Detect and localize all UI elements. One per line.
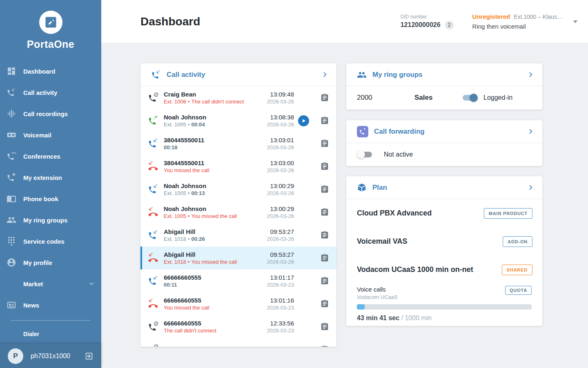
quota-plan-name: Vodacom UCaaS bbox=[357, 294, 505, 300]
phone-settings-icon bbox=[7, 173, 16, 182]
sidebar-item-call-recordings[interactable]: Call recordings bbox=[0, 103, 101, 124]
call-detail: You missed the call bbox=[164, 304, 261, 311]
sidebar-item-voicemail[interactable]: Voicemail bbox=[0, 124, 101, 146]
logout-icon[interactable] bbox=[85, 352, 94, 361]
call-details-clipboard-icon[interactable] bbox=[320, 254, 329, 263]
plan-header[interactable]: Plan bbox=[346, 176, 542, 199]
call-row[interactable]: Abigail Hill Ext. 1018•00:26 09:53:27 20… bbox=[140, 224, 336, 247]
call-detail: You missed the call bbox=[164, 167, 261, 174]
call-time: 13:08:38 bbox=[261, 113, 294, 121]
call-details-clipboard-icon[interactable] bbox=[320, 231, 329, 240]
plan-product-row: Vodacom UCaaS 1000 min on-net SHARED bbox=[346, 256, 542, 284]
chevron-right-icon[interactable] bbox=[527, 71, 534, 78]
call-details-clipboard-icon[interactable] bbox=[320, 299, 329, 308]
call-time: 13:03:01 bbox=[261, 136, 294, 144]
call-details-clipboard-icon[interactable] bbox=[320, 116, 329, 125]
ring-group-name: Sales bbox=[414, 94, 461, 102]
call-outgoing-icon bbox=[148, 115, 158, 126]
toggle-label: Logged-in bbox=[483, 94, 512, 101]
quota-usage-text: 43 min 41 sec / 1000 min bbox=[357, 314, 532, 322]
plan-product-row: Voicemail VAS ADD-ON bbox=[346, 227, 542, 256]
sidebar-item-dashboard[interactable]: Dashboard bbox=[0, 61, 101, 82]
call-row[interactable]: Noah Johnson Ext. 1005•00:13 13:00:29 20… bbox=[140, 178, 336, 201]
dialpad-icon bbox=[7, 236, 16, 246]
sidebar-item-service-codes[interactable]: Service codes bbox=[0, 231, 101, 252]
brand-name: PortaOne bbox=[0, 38, 101, 50]
conference-call-icon bbox=[7, 151, 16, 161]
sidebar-item-phone-book[interactable]: Phone book bbox=[0, 188, 101, 209]
forwarding-status: Not active bbox=[384, 151, 413, 158]
call-row[interactable]: Noah Johnson Ext. 1005•00:04 13:08:38 20… bbox=[140, 109, 336, 132]
dashboard-content: Call activity Craig Bean Ext. 1006•The c… bbox=[101, 43, 588, 368]
sidebar-item-market[interactable]: Market bbox=[0, 273, 101, 294]
call-detail: The call didn't connect bbox=[164, 327, 261, 334]
chevron-right-icon[interactable] bbox=[527, 128, 534, 135]
play-icon bbox=[300, 117, 307, 124]
call-row-selected[interactable]: Abigail Hill Ext. 1018•You missed the ca… bbox=[140, 247, 336, 269]
call-details-clipboard-icon[interactable] bbox=[320, 276, 329, 285]
news-icon bbox=[7, 300, 16, 310]
call-detail: Ext. 1005•00:04 bbox=[164, 121, 261, 128]
call-row[interactable]: 66666660555 The call didn't connect 12:3… bbox=[140, 315, 336, 338]
call-missed-icon bbox=[148, 298, 158, 309]
call-details-clipboard-icon[interactable] bbox=[320, 345, 329, 347]
sidebar-item-label: Service codes bbox=[23, 238, 65, 245]
sidebar-item-news[interactable]: News bbox=[0, 294, 101, 316]
sidebar-item-conferences[interactable]: Conferences bbox=[0, 146, 101, 167]
plan-product-row: Cloud PBX Advanced MAIN PRODUCT bbox=[346, 199, 542, 227]
sidebar-nav: Dashboard Call activity Call recordings … bbox=[0, 61, 101, 352]
add-on-badge: ADD-ON bbox=[503, 236, 532, 247]
sidebar-item-my-profile[interactable]: My profile bbox=[0, 252, 101, 273]
chevron-right-icon[interactable] bbox=[527, 184, 534, 191]
call-not-connected-icon bbox=[148, 321, 158, 332]
main-area: Dashboard DID number 12120000026 2 Unreg… bbox=[101, 0, 588, 368]
call-row[interactable]: 380445550011 You missed the call 13:03:0… bbox=[140, 155, 336, 178]
card-title: My ring groups bbox=[372, 71, 527, 79]
caller-name: Noah Johnson bbox=[164, 205, 261, 213]
call-incoming-icon bbox=[148, 184, 158, 195]
call-date: 2026-03-26 bbox=[261, 236, 294, 242]
dropdown-caret-icon[interactable] bbox=[573, 20, 577, 25]
call-row[interactable]: Noah Johnson Ext. 1005•You missed the ca… bbox=[140, 201, 336, 224]
chevron-right-icon[interactable] bbox=[321, 71, 328, 78]
call-details-clipboard-icon[interactable] bbox=[320, 185, 329, 194]
logged-in-toggle[interactable] bbox=[461, 94, 478, 102]
call-details-clipboard-icon[interactable] bbox=[320, 93, 329, 102]
call-time: 09:53:27 bbox=[261, 228, 294, 236]
call-date: 2026-03-26 bbox=[261, 190, 294, 197]
call-details-clipboard-icon[interactable] bbox=[320, 162, 329, 171]
call-row[interactable]: Craig Bean Ext. 1006•The call didn't con… bbox=[140, 86, 336, 109]
registration-block[interactable]: Unregistered Ext.1000 – Klaus… Ring then… bbox=[472, 13, 563, 30]
caller-name: Noah Johnson bbox=[164, 114, 261, 121]
call-row[interactable]: 66666660555 00:11 13:01:17 2026-03-23 bbox=[140, 269, 336, 292]
ring-groups-header[interactable]: My ring groups bbox=[346, 63, 542, 86]
waveform-icon bbox=[7, 109, 16, 119]
call-row[interactable]: 380445550011 00:18 13:03:01 2026-03-26 bbox=[140, 132, 336, 155]
caller-name: Noah Johnson bbox=[164, 182, 261, 190]
voicemail-icon bbox=[7, 130, 16, 140]
top-bar: Dashboard DID number 12120000026 2 Unreg… bbox=[101, 0, 588, 43]
call-row[interactable]: 66666660555 You missed the call 13:01:16… bbox=[140, 292, 336, 315]
caller-name: 66666660555 bbox=[164, 274, 261, 281]
call-activity-header[interactable]: Call activity bbox=[140, 63, 336, 86]
right-column: My ring groups 2000 Sales Logged-in Call… bbox=[346, 63, 542, 326]
card-title: Plan bbox=[372, 184, 527, 192]
caller-name: Craig Bean bbox=[164, 91, 261, 98]
sidebar-item-my-ring-groups[interactable]: My ring groups bbox=[0, 209, 101, 231]
call-details-clipboard-icon[interactable] bbox=[320, 139, 329, 148]
sidebar-item-call-activity[interactable]: Call activity bbox=[0, 82, 101, 103]
call-forwarding-header[interactable]: Call forwarding bbox=[346, 120, 542, 143]
call-row[interactable]: 66666660555 12:32:23 bbox=[140, 338, 336, 347]
call-forwarding-row: Not active bbox=[346, 143, 542, 166]
sidebar-item-my-extension[interactable]: My extension bbox=[0, 167, 101, 188]
forwarding-toggle[interactable] bbox=[357, 150, 373, 159]
call-time: 13:03:00 bbox=[261, 159, 294, 167]
caller-name: Abigail Hill bbox=[164, 251, 261, 258]
call-time: 12:32:23 bbox=[261, 346, 294, 347]
call-details-clipboard-icon[interactable] bbox=[320, 208, 329, 217]
play-recording-button[interactable] bbox=[298, 115, 309, 126]
call-details-clipboard-icon[interactable] bbox=[320, 322, 329, 331]
username: ph7031x1000 bbox=[31, 352, 85, 360]
sidebar-item-dialer[interactable]: Dialer bbox=[0, 325, 101, 343]
portaone-logo-icon bbox=[39, 11, 62, 34]
